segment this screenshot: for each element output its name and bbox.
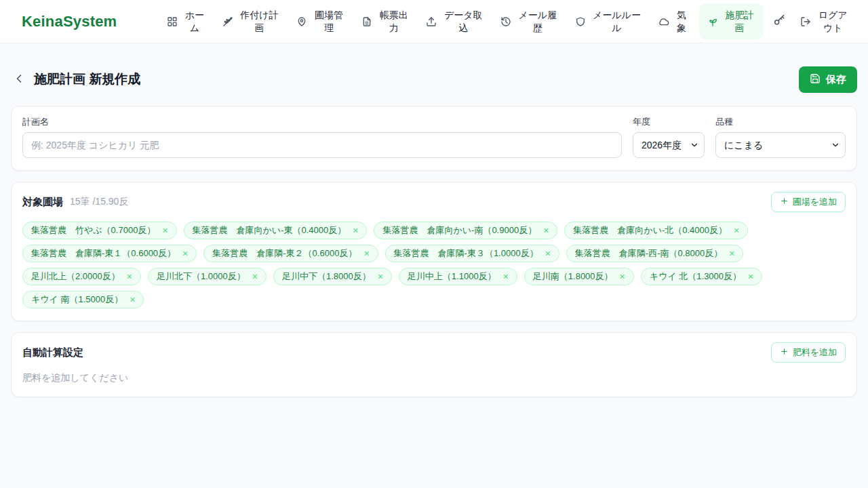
plus-icon xyxy=(780,197,789,207)
nav-item-label: メール履歴 xyxy=(517,9,559,33)
nav-item-label: 施肥計画 xyxy=(724,9,756,33)
grid-icon xyxy=(167,16,178,27)
key-icon xyxy=(773,14,785,28)
year-label: 年度 xyxy=(633,116,705,128)
field-tag: 集落営農 倉庫向かい-東（0.4000反） × xyxy=(184,222,368,239)
tag-remove-icon[interactable]: × xyxy=(353,226,358,235)
key-button[interactable] xyxy=(769,10,789,33)
variety-label: 品種 xyxy=(715,116,846,128)
nav-item-label: ホーム xyxy=(183,9,206,33)
field-tag-label: 足川北下（1.0000反） xyxy=(157,270,245,283)
tag-remove-icon[interactable]: × xyxy=(734,226,739,235)
page-title: 施肥計画 新規作成 xyxy=(34,70,140,88)
main-nav: ホーム 作付け計画 圃場管理 帳票出力 データ取込 メール履歴 メールルール 気… xyxy=(161,3,854,39)
tag-remove-icon[interactable]: × xyxy=(130,295,135,304)
tag-remove-icon[interactable]: × xyxy=(545,249,551,258)
logout-icon xyxy=(800,16,811,27)
field-tag-label: 集落営農 倉庫隣-東２（0.6000反） xyxy=(212,247,357,260)
nav-item[interactable]: 帳票出力 xyxy=(356,5,416,37)
target-fields-card: 対象圃場 15筆 /15.90反 圃場を追加 集落営農 竹やぶ（0.7000反）… xyxy=(11,182,857,321)
tag-remove-icon[interactable]: × xyxy=(127,272,132,281)
variety-select[interactable]: にこまる xyxy=(715,132,846,158)
field-tag-label: 集落営農 倉庫向かい-北（0.4000反） xyxy=(573,224,727,237)
page-title-row: 施肥計画 新規作成 保存 xyxy=(11,66,857,92)
field-tag: 足川北上（2.0000反） × xyxy=(22,268,141,285)
year-select[interactable]: 2026年度 xyxy=(633,132,705,158)
upload-icon xyxy=(426,16,437,27)
logout-label: ログアウト xyxy=(816,9,849,33)
logout-button[interactable]: ログアウト xyxy=(795,5,854,37)
tag-remove-icon[interactable]: × xyxy=(182,249,188,258)
field-tag-label: 足川中上（1.1000反） xyxy=(408,270,496,283)
save-button-label: 保存 xyxy=(826,73,846,86)
add-field-button-label: 圃場を追加 xyxy=(793,196,837,208)
nav-item[interactable]: 施肥計画 xyxy=(699,3,764,39)
tag-remove-icon[interactable]: × xyxy=(620,272,625,281)
field-tag-label: 足川中下（1.8000反） xyxy=(282,270,371,283)
field-tag: 集落営農 倉庫隣-東３（1.0000反） × xyxy=(385,245,559,262)
field-tag: 集落営農 倉庫向かい-南（0.9000反） × xyxy=(374,222,557,239)
auto-calc-card: 自動計算設定 肥料を追加 肥料を追加してください xyxy=(11,332,857,397)
add-fertilizer-button[interactable]: 肥料を追加 xyxy=(771,342,846,363)
field-tag-label: 集落営農 倉庫隣-東３（1.0000反） xyxy=(394,247,538,260)
field-tag-label: 集落営農 倉庫向かい-東（0.4000反） xyxy=(193,224,347,237)
field-tag-label: 集落営農 倉庫向かい-南（0.9000反） xyxy=(382,224,536,237)
field-tag-label: 足川北上（2.0000反） xyxy=(31,270,120,283)
field-tag-label: 集落営農 倉庫隣-東１（0.6000反） xyxy=(31,247,176,260)
app-logo: KeinaSystem xyxy=(22,13,117,30)
field-tag: キウイ 南（1.5000反） × xyxy=(22,291,144,308)
sprout-icon xyxy=(707,16,718,27)
plan-form-card: 計画名 年度 2026年度 品種 にこまる xyxy=(11,106,857,171)
tag-remove-icon[interactable]: × xyxy=(543,226,549,235)
tag-remove-icon[interactable]: × xyxy=(363,249,369,258)
save-icon xyxy=(810,73,821,86)
nav-item[interactable]: メールルール xyxy=(570,5,648,37)
plan-name-input[interactable] xyxy=(22,132,622,158)
save-button[interactable]: 保存 xyxy=(799,66,857,93)
nav-item-label: 作付け計画 xyxy=(239,9,281,33)
nav-item-label: データ取込 xyxy=(442,9,484,33)
nav-item[interactable]: データ取込 xyxy=(420,5,490,37)
field-tag: 足川北下（1.0000反） × xyxy=(148,268,267,285)
nav-item[interactable]: 圃場管理 xyxy=(291,5,351,37)
tag-remove-icon[interactable]: × xyxy=(729,249,734,258)
cloud-icon xyxy=(658,16,669,27)
field-tag-label: 集落営農 竹やぶ（0.7000反） xyxy=(31,224,155,237)
nav-item[interactable]: メール履歴 xyxy=(495,5,564,37)
field-tag: 足川中下（1.8000反） × xyxy=(273,268,392,285)
shield-icon xyxy=(575,16,586,27)
app-header: KeinaSystem ホーム 作付け計画 圃場管理 帳票出力 データ取込 メー… xyxy=(0,0,868,43)
auto-calc-header: 自動計算設定 肥料を追加 xyxy=(22,342,846,363)
tag-remove-icon[interactable]: × xyxy=(503,272,509,281)
map-pin-icon xyxy=(296,16,307,27)
back-button[interactable] xyxy=(11,70,27,89)
nav-item-label: メールルール xyxy=(591,9,643,33)
field-tag: 集落営農 倉庫隣-東１（0.6000反） × xyxy=(22,245,197,262)
plan-name-group: 計画名 xyxy=(22,116,622,158)
plan-name-label: 計画名 xyxy=(22,116,622,128)
tag-remove-icon[interactable]: × xyxy=(252,272,258,281)
variety-group: 品種 にこまる xyxy=(715,116,846,158)
nav-item[interactable]: 作付け計画 xyxy=(217,5,286,37)
nav-item[interactable]: ホーム xyxy=(161,5,212,37)
tag-remove-icon[interactable]: × xyxy=(748,272,753,281)
field-tag-label: キウイ 北（1.3000反） xyxy=(650,270,741,283)
target-fields-header: 対象圃場 15筆 /15.90反 圃場を追加 xyxy=(22,192,846,212)
tag-remove-icon[interactable]: × xyxy=(162,226,167,235)
auto-calc-empty-text: 肥料を追加してください xyxy=(22,372,846,384)
add-field-button[interactable]: 圃場を追加 xyxy=(771,192,846,212)
nav-item[interactable]: 気象 xyxy=(653,5,694,37)
auto-calc-title: 自動計算設定 xyxy=(22,346,83,359)
target-fields-title: 対象圃場 xyxy=(22,196,63,209)
field-tag-label: キウイ 南（1.5000反） xyxy=(31,293,123,306)
nav-item-label: 帳票出力 xyxy=(378,9,410,33)
wheat-icon xyxy=(222,16,233,27)
main-content: 施肥計画 新規作成 保存 計画名 年度 2026年度 品種 にこまる xyxy=(0,66,868,397)
field-tag: 集落営農 倉庫隣-東２（0.6000反） × xyxy=(203,245,378,262)
field-tag: 集落営農 竹やぶ（0.7000反） × xyxy=(22,222,177,239)
history-icon xyxy=(500,16,511,27)
chevron-left-icon xyxy=(12,72,26,87)
add-fertilizer-button-label: 肥料を追加 xyxy=(793,346,837,359)
field-tag: 集落営農 倉庫隣-西-南（0.8000反） × xyxy=(566,245,744,262)
tag-remove-icon[interactable]: × xyxy=(378,272,383,281)
